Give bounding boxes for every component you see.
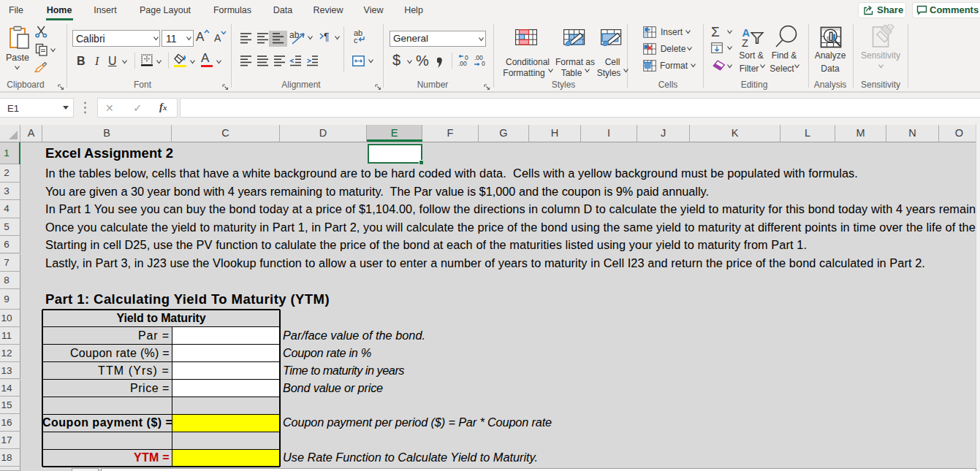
svg-text:Z: Z bbox=[742, 37, 748, 48]
svg-text:.00: .00 bbox=[458, 60, 467, 67]
svg-text:c: c bbox=[354, 36, 358, 44]
svg-text:¶: ¶ bbox=[324, 31, 330, 42]
svg-text:0: 0 bbox=[482, 60, 485, 67]
